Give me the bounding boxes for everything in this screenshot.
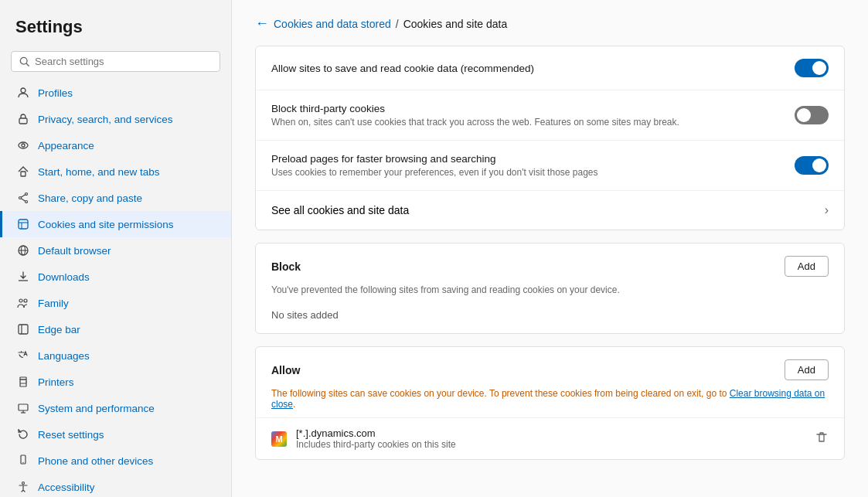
sidebar-item-appearance[interactable]: Appearance [0,132,231,158]
sidebar-item-edge-bar-label: Edge bar [38,324,80,335]
block-section-title: Block [271,260,301,273]
sidebar-item-family[interactable]: Family [0,290,231,316]
block-add-button[interactable]: Add [785,256,829,277]
see-all-cookies-row[interactable]: See all cookies and site data › [256,191,844,230]
toggle-bg-on [795,59,829,77]
sidebar-item-profiles[interactable]: Profiles [0,80,231,106]
eye-icon [16,138,30,152]
system-icon [16,401,30,415]
sidebar: Settings Profiles Privacy, search, and s… [0,0,232,497]
svg-point-31 [22,482,25,485]
block-third-party-row: Block third-party cookies When on, sites… [256,90,844,141]
sidebar-item-reset[interactable]: Reset settings [0,421,231,448]
svg-rect-3 [19,118,27,124]
site-favicon: M [271,431,287,447]
breadcrumb: ← Cookies and data stored / Cookies and … [255,15,845,32]
allow-section-title: Allow [271,364,300,376]
search-icon [19,56,30,67]
search-input[interactable] [35,56,212,67]
breadcrumb-separator: / [396,18,399,30]
svg-rect-21 [19,325,28,334]
allow-add-button[interactable]: Add [785,359,829,380]
sidebar-item-start-home-label: Start, home, and new tabs [38,166,160,178]
svg-point-5 [22,144,25,147]
globe-icon [16,243,30,257]
search-box[interactable] [11,51,220,72]
sidebar-item-printers-label: Printers [38,376,74,388]
svg-rect-23 [20,383,26,386]
svg-point-4 [19,142,28,148]
sidebar-item-family-label: Family [38,298,69,309]
allow-section-desc: The following sites can save cookies on … [256,386,844,417]
sidebar-item-appearance-label: Appearance [38,140,94,151]
svg-point-30 [22,462,23,463]
sidebar-item-share-copy[interactable]: Share, copy and paste [0,185,231,211]
family-icon [16,296,30,310]
allow-section-header: Allow Add [256,347,844,386]
person-icon [16,86,30,100]
sidebar-item-phone[interactable]: Phone and other devices [0,448,231,474]
sidebar-item-downloads[interactable]: Downloads [0,264,231,290]
sidebar-item-start-home[interactable]: Start, home, and new tabs [0,158,231,185]
block-no-sites-label: No sites added [256,303,844,333]
phone-icon [16,454,30,468]
allow-section-card: Allow Add The following sites can save c… [255,346,845,460]
svg-point-2 [21,88,26,93]
sidebar-item-accessibility[interactable]: Accessibility [0,474,231,497]
edge-bar-icon [16,322,30,336]
delete-site-icon[interactable] [815,431,829,448]
svg-rect-6 [21,172,26,176]
block-third-party-toggle[interactable] [795,106,829,124]
sidebar-item-default-browser-label: Default browser [38,245,111,257]
svg-point-9 [26,201,28,203]
block-section-desc: You've prevented the following sites fro… [256,283,844,303]
allow-site-item: M [*.].dynamics.com Includes third-party… [256,417,844,459]
see-all-cookies-label: See all cookies and site data [271,204,409,216]
sidebar-item-cookies-label: Cookies and site permissions [38,219,174,230]
sidebar-item-system[interactable]: System and performance [0,395,231,421]
sidebar-item-accessibility-label: Accessibility [38,482,95,493]
site-sub: Includes third-party cookies on this sit… [296,439,805,450]
toggle-circle-2 [797,108,811,122]
accessibility-icon [16,480,30,494]
toggle-circle [812,61,826,75]
block-section-card: Block Add You've prevented the following… [255,243,845,334]
svg-line-11 [21,199,25,202]
sidebar-item-languages-label: Languages [38,350,90,362]
sidebar-item-printers[interactable]: Printers [0,369,231,395]
site-favicon-letter: M [275,434,282,444]
svg-line-1 [26,63,29,66]
svg-point-20 [24,299,27,302]
language-icon [16,349,30,363]
sidebar-item-system-label: System and performance [38,403,155,414]
sidebar-item-profiles-label: Profiles [38,87,73,99]
settings-card: Allow sites to save and read cookie data… [255,46,845,230]
allow-save-title: Allow sites to save and read cookie data… [271,63,779,74]
sidebar-item-cookies[interactable]: Cookies and site permissions [0,211,231,237]
preload-title: Preload pages for faster browsing and se… [271,153,779,165]
preload-toggle[interactable] [795,156,829,175]
site-info: [*.].dynamics.com Includes third-party c… [296,427,805,450]
sidebar-item-phone-label: Phone and other devices [38,455,153,467]
sidebar-item-default-browser[interactable]: Default browser [0,237,231,264]
back-button[interactable]: ← [255,15,269,32]
block-section-header: Block Add [256,243,844,283]
chevron-right-icon: › [825,203,829,217]
breadcrumb-current: Cookies and site data [403,18,508,30]
svg-line-10 [21,195,25,198]
breadcrumb-parent-link[interactable]: Cookies and data stored [274,18,391,30]
block-third-party-desc: When on, sites can't use cookies that tr… [271,117,779,128]
svg-point-25 [26,381,26,382]
allow-save-toggle[interactable] [795,59,829,77]
sidebar-item-privacy[interactable]: Privacy, search, and services [0,106,231,132]
sidebar-item-languages[interactable]: Languages [0,342,231,369]
reset-icon [16,427,30,441]
share-icon [16,191,30,205]
cookie-icon [16,217,30,231]
sidebar-item-edge-bar[interactable]: Edge bar [0,316,231,342]
svg-rect-12 [19,220,28,229]
allow-desc-text-2: . [293,399,295,410]
toggle-bg-off [795,106,829,124]
preload-desc: Uses cookies to remember your preference… [271,167,779,178]
sidebar-item-reset-label: Reset settings [38,429,104,441]
